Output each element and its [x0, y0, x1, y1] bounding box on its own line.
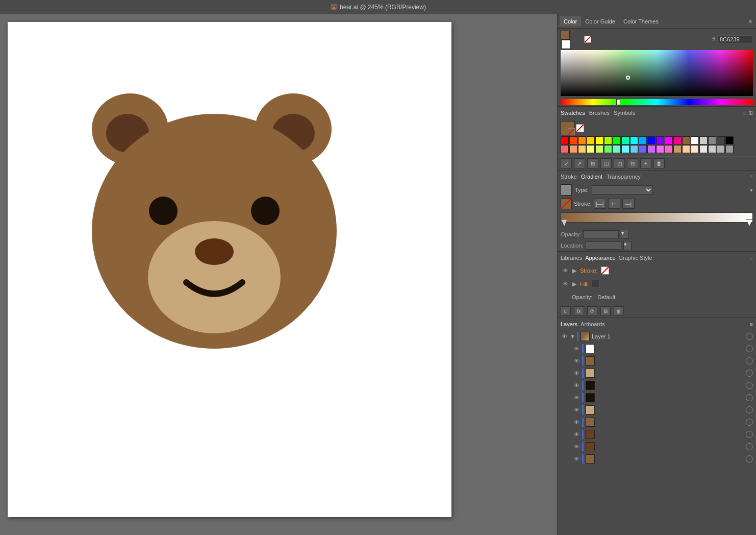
swatches-list-view[interactable]: ≡	[743, 110, 746, 116]
swatch-color-31[interactable]	[656, 145, 664, 153]
gradient-stop-right[interactable]	[746, 219, 752, 226]
tab-libraries[interactable]: Libraries	[561, 255, 582, 261]
swatch-color-37[interactable]	[708, 145, 716, 153]
layer-1-row[interactable]: 👁 ▼ Layer 1	[558, 330, 756, 343]
stroke-btn-3[interactable]: —|	[622, 199, 635, 209]
swatches-tool-2[interactable]: ↗	[574, 158, 585, 168]
swatches-tool-5[interactable]: ◰	[614, 158, 625, 168]
path4-eye[interactable]: 👁	[573, 395, 580, 401]
path-row-3[interactable]: 👁	[558, 379, 756, 392]
gradient-chevron[interactable]: ▾	[750, 187, 753, 193]
fill-arrow[interactable]: ▶	[572, 281, 577, 287]
appearance-fx-btn[interactable]: fx	[574, 306, 584, 315]
none-swatch-swatches[interactable]	[576, 124, 584, 132]
path-row-0[interactable]: 👁	[558, 343, 756, 355]
swatches-tool-3[interactable]: ⊞	[587, 158, 598, 168]
path3-target[interactable]	[746, 382, 753, 389]
tab-transparency[interactable]: Transparency	[607, 174, 641, 180]
swatch-color-22[interactable]	[578, 145, 586, 153]
opacity-input[interactable]	[583, 230, 619, 238]
swatch-color-30[interactable]	[647, 145, 656, 153]
hex-input[interactable]	[717, 35, 753, 43]
swatches-tool-4[interactable]: ◱	[600, 158, 612, 168]
tab-appearance[interactable]: Appearance	[585, 255, 615, 261]
tab-layers[interactable]: Layers	[561, 321, 577, 327]
tab-symbols[interactable]: Symbols	[614, 110, 635, 116]
layer1-eye[interactable]: 👁	[561, 333, 568, 339]
foreground-swatch[interactable]	[561, 31, 570, 40]
stroke-btn-2[interactable]: ⊢	[608, 199, 620, 209]
path7-target[interactable]	[746, 431, 753, 438]
path9-eye[interactable]: 👁	[573, 456, 580, 462]
fill-eye[interactable]: 👁	[562, 281, 569, 287]
location-dropdown[interactable]: ▾	[623, 241, 632, 250]
swatch-color-3[interactable]	[587, 136, 595, 144]
gradient-stop-left[interactable]	[561, 219, 567, 226]
gradient-bar[interactable]	[561, 212, 753, 223]
fill-label[interactable]: Fill:	[580, 281, 589, 287]
path-row-5[interactable]: 👁	[558, 404, 756, 416]
swatches-tool-7[interactable]: +	[640, 158, 651, 168]
gradient-stroke-swatch[interactable]	[561, 198, 572, 209]
swatch-color-34[interactable]	[682, 145, 690, 153]
swatch-color-18[interactable]	[717, 136, 725, 144]
path0-eye[interactable]: 👁	[573, 346, 580, 352]
swatch-color-7[interactable]	[621, 136, 629, 144]
layer1-target[interactable]	[746, 333, 753, 340]
stroke-label[interactable]: Stroke:	[580, 268, 598, 274]
swatches-tool-1[interactable]: ↙	[561, 158, 572, 168]
color-spectrum[interactable]	[561, 50, 753, 96]
location-input[interactable]	[586, 241, 621, 250]
fill-swatch[interactable]	[592, 280, 600, 288]
path8-target[interactable]	[746, 443, 753, 450]
path6-eye[interactable]: 👁	[573, 419, 580, 425]
gradient-panel-collapse[interactable]: ≡	[750, 174, 753, 180]
swatch-color-9[interactable]	[639, 136, 647, 144]
path2-eye[interactable]: 👁	[573, 370, 580, 376]
path7-eye[interactable]: 👁	[573, 431, 580, 437]
swatch-color-39[interactable]	[725, 145, 734, 153]
tab-swatches[interactable]: Swatches	[561, 110, 585, 116]
swatch-color-11[interactable]	[656, 136, 664, 144]
path5-target[interactable]	[746, 406, 753, 414]
appearance-trash-btn[interactable]: 🗑	[614, 306, 624, 315]
swatch-color-12[interactable]	[665, 136, 673, 144]
tab-color[interactable]: Color	[560, 16, 581, 27]
swatch-color-17[interactable]	[708, 136, 716, 144]
background-swatch[interactable]	[562, 40, 571, 49]
path-row-2[interactable]: 👁	[558, 367, 756, 379]
swatch-color-0[interactable]	[561, 136, 569, 144]
stroke-btn-1[interactable]: |—|	[594, 199, 606, 209]
swatch-color-6[interactable]	[613, 136, 621, 144]
swatch-color-1[interactable]	[569, 136, 577, 144]
swatch-color-8[interactable]	[630, 136, 638, 144]
tab-color-themes[interactable]: Color Themes	[619, 16, 663, 27]
layer1-arrow[interactable]: ▼	[570, 333, 575, 339]
path2-target[interactable]	[746, 370, 753, 377]
appearance-new-btn[interactable]: □	[561, 306, 571, 315]
stroke-arrow[interactable]: ▶	[572, 268, 577, 274]
swatch-color-24[interactable]	[595, 145, 603, 153]
stroke-eye[interactable]: 👁	[562, 268, 569, 274]
swatch-color-14[interactable]	[682, 136, 690, 144]
swatch-color-35[interactable]	[691, 145, 699, 153]
swatch-color-28[interactable]	[630, 145, 638, 153]
path6-target[interactable]	[746, 419, 753, 426]
swatch-color-15[interactable]	[691, 136, 699, 144]
path-row-4[interactable]: 👁	[558, 392, 756, 404]
swatch-color-26[interactable]	[613, 145, 621, 153]
gradient-swatch[interactable]	[561, 184, 572, 196]
swatch-color-25[interactable]	[604, 145, 612, 153]
tab-artboards[interactable]: Artboards	[581, 321, 605, 327]
artboard[interactable]	[8, 22, 451, 517]
current-swatch[interactable]	[561, 121, 575, 135]
swatches-tool-6[interactable]: ⊟	[627, 158, 638, 168]
swatches-grid-view[interactable]: ⊞	[748, 110, 753, 116]
swatch-color-10[interactable]	[647, 136, 656, 144]
path4-target[interactable]	[746, 394, 753, 401]
swatch-color-20[interactable]	[561, 145, 569, 153]
path-row-8[interactable]: 👁	[558, 441, 756, 453]
none-swatch[interactable]	[584, 36, 591, 43]
tab-graphic-style[interactable]: Graphic Style	[619, 255, 652, 261]
swatch-color-5[interactable]	[604, 136, 612, 144]
